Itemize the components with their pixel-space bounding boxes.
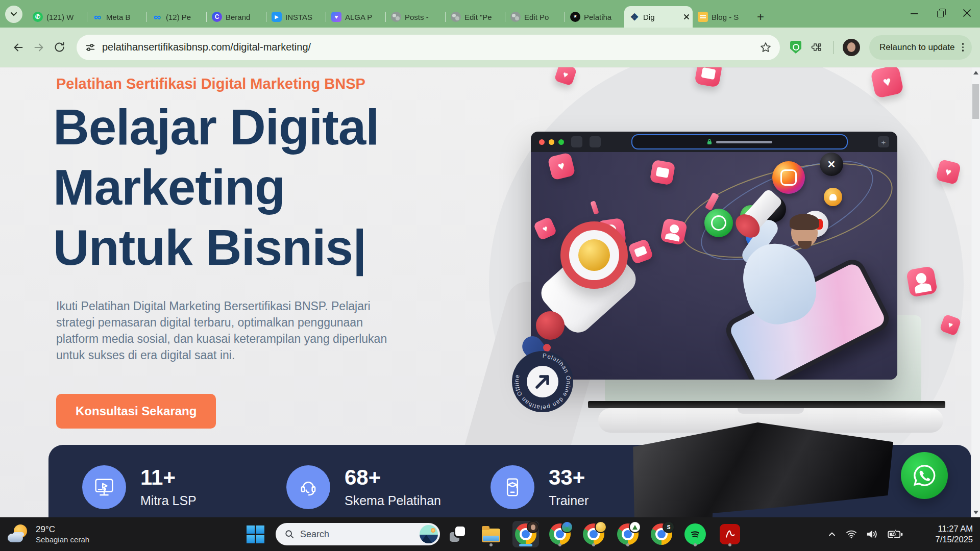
acrobat-button[interactable] — [717, 521, 743, 547]
extensions-puzzle-icon[interactable] — [811, 41, 824, 54]
chrome-icon — [617, 523, 639, 545]
search-icon — [285, 530, 294, 539]
desktop-screen: ✆(121) W ∞Meta B ∞(12) Pe CBerand ▶INSTA… — [0, 0, 980, 551]
stat-skema-pelatihan: 68+Skema Pelatihan — [286, 465, 441, 509]
scroll-up-arrow[interactable] — [971, 67, 980, 78]
address-bar[interactable]: pelatihansertifikasibnsp.com/digital-mar… — [77, 35, 780, 60]
pelatihan-badge: Pelatihan Online dan pelatihan Offline — [512, 351, 573, 412]
like-badge: ♥ — [547, 152, 576, 181]
spotify-button[interactable] — [682, 521, 708, 547]
new-tab-button[interactable]: + — [752, 10, 769, 24]
stat-trainer: 33+Trainer — [491, 465, 589, 509]
tab-edit-page[interactable]: Edit "Pe — [446, 6, 505, 28]
whatsapp-favicon: ✆ — [33, 12, 43, 22]
tab-strip: ✆(121) W ∞Meta B ∞(12) Pe CBerand ▶INSTA… — [28, 6, 769, 28]
like-badge: ♥ — [870, 67, 904, 98]
close-window-button[interactable] — [963, 9, 971, 19]
blog-favicon — [698, 12, 708, 22]
headset-person-icon — [286, 465, 330, 509]
profile-avatar[interactable] — [843, 39, 860, 56]
forward-button[interactable] — [29, 37, 49, 58]
mockup-minimize-dot — [549, 139, 554, 145]
tab-meta-business[interactable]: ∞Meta B — [87, 6, 146, 28]
task-view-button[interactable] — [444, 521, 471, 547]
file-explorer-button[interactable] — [478, 521, 504, 547]
chrome-profile-2[interactable] — [547, 521, 573, 547]
url-text[interactable]: pelatihansertifikasibnsp.com/digital-mar… — [102, 41, 760, 53]
mockup-url-placeholder — [716, 141, 772, 143]
chrome-profile-crest-badge — [630, 522, 640, 532]
browser-menu-icon[interactable] — [962, 43, 964, 52]
tab-digital-marketing-active[interactable]: ❖ Dig — [624, 6, 693, 28]
tab-blog[interactable]: Blog - S — [693, 6, 752, 28]
clock-time: 11:27 AM — [938, 523, 973, 534]
reload-button[interactable] — [49, 37, 69, 58]
tab-search-button[interactable] — [5, 6, 22, 23]
adblock-shield-icon[interactable] — [790, 41, 801, 54]
mockup-lock-icon — [707, 139, 712, 145]
whatsapp-float-button[interactable] — [901, 452, 948, 499]
wifi-icon[interactable] — [845, 528, 857, 540]
tab-posts[interactable]: Posts - — [386, 6, 445, 28]
konsultasi-sekarang-button[interactable]: Konsultasi Sekarang — [56, 394, 216, 429]
taskbar-search[interactable]: Search — [276, 523, 440, 545]
chrome-icon — [549, 523, 571, 545]
back-button[interactable] — [8, 37, 29, 58]
mockup-titlebar: + — [531, 132, 897, 152]
scroll-down-arrow[interactable] — [971, 507, 980, 517]
hero-paragraph: Ikuti Pelatihan Digital Marketing Berser… — [56, 298, 397, 363]
whatsapp-icon — [911, 462, 938, 489]
tab-alga[interactable]: ♥ALGA P — [326, 6, 385, 28]
close-icon — [963, 9, 971, 17]
scrollbar-thumb[interactable] — [972, 84, 979, 119]
chrome-profile-3[interactable] — [580, 521, 607, 547]
megaphone-ball — [578, 239, 610, 271]
browser-tab-bar: ✆(121) W ∞Meta B ∞(12) Pe CBerand ▶INSTA… — [0, 0, 980, 28]
site-settings-icon[interactable] — [85, 42, 96, 53]
page-scrollbar[interactable] — [971, 67, 980, 517]
taskbar-clock[interactable]: 11:27 AM 7/15/2025 — [936, 517, 973, 551]
search-daily-image[interactable] — [420, 525, 438, 543]
hero-eyebrow: Pelatihan Sertifikasi Digital Marketing … — [56, 76, 365, 92]
toolbar-divider — [833, 41, 834, 54]
clock-date: 7/15/2025 — [936, 534, 973, 545]
mockup-back-button — [571, 136, 582, 147]
restore-button[interactable] — [937, 11, 944, 17]
chrome-profile-1-active[interactable] — [512, 521, 539, 547]
tab-whatsapp[interactable]: ✆(121) W — [28, 6, 87, 28]
bnsp-favicon: ❖ — [629, 12, 640, 22]
speaker-icon[interactable] — [866, 528, 879, 540]
tab-instas[interactable]: ▶INSTAS — [266, 6, 326, 28]
chatgpt-favicon: * — [570, 12, 580, 22]
close-tab-icon[interactable] — [683, 14, 690, 20]
acrobat-icon — [720, 524, 740, 544]
hero-heading-line2: Marketing — [53, 157, 379, 217]
relaunch-to-update-button[interactable]: Relaunch to update — [869, 35, 972, 60]
bookmark-star-icon[interactable] — [760, 41, 772, 54]
tab-chatgpt[interactable]: *Pelatiha — [565, 6, 624, 28]
window-controls — [911, 0, 971, 28]
tab-beranda[interactable]: CBerand — [207, 6, 266, 28]
reload-icon — [53, 41, 66, 54]
chrome-profile-5[interactable]: S — [648, 521, 675, 547]
monitor-play-icon — [82, 465, 126, 509]
system-tray — [827, 517, 903, 551]
tab-meta-notifications[interactable]: ∞(12) Pe — [147, 6, 206, 28]
instagram-icon — [772, 161, 805, 194]
webpage-viewport: Pelatihan Sertifikasi Digital Marketing … — [0, 67, 980, 517]
battery-charging-icon[interactable] — [887, 528, 903, 540]
phone-graduate-icon — [491, 465, 534, 509]
video-favicon: ▶ — [272, 12, 282, 22]
chrome-profile-4[interactable] — [615, 521, 641, 547]
taskbar-weather-widget[interactable]: 29°CSebagian cerah — [7, 517, 89, 551]
tab-edit-post[interactable]: Edit Po — [505, 6, 565, 28]
minimize-button[interactable] — [911, 13, 918, 14]
tray-chevron-up-icon[interactable] — [827, 529, 837, 539]
chrome-icon — [583, 523, 604, 545]
globe-favicon — [510, 12, 521, 22]
mockup-maximize-dot — [558, 139, 564, 145]
like-badge: ♥ — [554, 67, 577, 86]
chrome-profile-coin-badge — [596, 522, 606, 532]
start-button[interactable] — [242, 521, 268, 547]
back-arrow-icon — [12, 41, 25, 54]
